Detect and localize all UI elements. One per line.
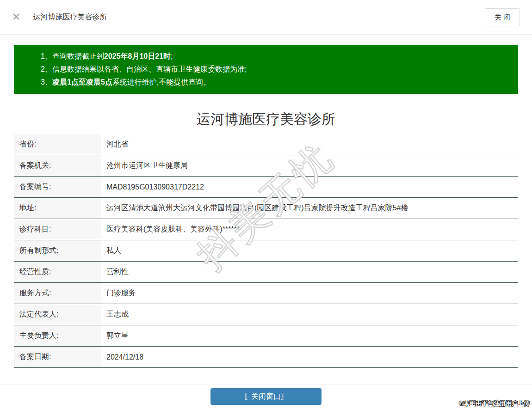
notice-bold-text: 凌晨1点至凌晨5点 xyxy=(52,78,112,86)
notice-bold-text: 2025年8月10日21时 xyxy=(104,52,171,60)
top-header-bar: ✕ 运河博施医疗美容诊所 关 闭 xyxy=(0,0,532,35)
notice-text: 2、信息数据结果以各省、自治区、直辖市卫生健康委数据为准; xyxy=(41,65,247,73)
table-row: 诊疗科目: 医疗美容科(美容皮肤科、美容外科)****** xyxy=(14,219,518,240)
row-value: 2024/12/18 xyxy=(101,347,518,367)
row-label: 省份: xyxy=(14,134,101,155)
row-label: 地址: xyxy=(14,198,101,219)
row-label: 法定代表人: xyxy=(14,304,101,325)
table-row: 经营性质: 营利性 xyxy=(14,262,518,283)
row-value: MAD8195G013090317D2212 xyxy=(101,177,518,197)
notice-text: 1、查询数据截止到 xyxy=(41,52,104,60)
close-window-button[interactable]: 〖关闭窗口〗 xyxy=(210,388,322,405)
row-label: 备案机关: xyxy=(14,155,101,176)
row-label: 诊疗科目: xyxy=(14,219,101,240)
table-row: 主要负责人: 郭立星 xyxy=(14,325,518,347)
row-label: 经营性质: xyxy=(14,262,101,282)
upload-credit-watermark: ©本图由平台注册用户上传 xyxy=(459,399,530,408)
notice-banner: 1、查询数据截止到2025年8月10日21时; 2、信息数据结果以各省、自治区、… xyxy=(14,45,518,94)
row-value: 王志成 xyxy=(101,304,518,325)
row-label: 主要负责人: xyxy=(14,325,101,346)
notice-text: 系统进行维护,不能提供查询。 xyxy=(112,78,210,86)
row-value: 河北省 xyxy=(101,134,518,155)
table-row: 法定代表人: 王志成 xyxy=(14,304,518,325)
info-table: 省份: 河北省 备案机关: 沧州市运河区卫生健康局 备案编号: MAD8195G… xyxy=(14,134,518,368)
table-row: 所有制形式: 私人 xyxy=(14,240,518,262)
notice-line-1: 1、查询数据截止到2025年8月10日21时; xyxy=(41,50,509,63)
close-button[interactable]: 关 闭 xyxy=(485,8,520,26)
row-value: 沧州市运河区卫生健康局 xyxy=(101,155,518,176)
row-label: 所有制形式: xyxy=(14,240,101,261)
table-row: 地址: 运河区清池大道沧州大运河文化带园博园项目(园区建设工程)吕家院提升改造工… xyxy=(14,198,518,219)
table-row: 省份: 河北省 xyxy=(14,134,518,155)
table-row: 备案机关: 沧州市运河区卫生健康局 xyxy=(14,155,518,177)
row-value: 营利性 xyxy=(101,262,518,282)
notice-line-2: 2、信息数据结果以各省、自治区、直辖市卫生健康委数据为准; xyxy=(41,63,509,76)
row-label: 备案编号: xyxy=(14,177,101,197)
window-title: 运河博施医疗美容诊所 xyxy=(33,12,107,22)
row-value: 运河区清池大道沧州大运河文化带园博园项目(园区建设工程)吕家院提升改造工程吕家院… xyxy=(101,198,518,219)
row-value: 门诊服务 xyxy=(101,283,518,304)
row-value: 医疗美容科(美容皮肤科、美容外科)****** xyxy=(101,219,518,240)
row-value: 私人 xyxy=(101,240,518,261)
table-row: 备案日期: 2024/12/18 xyxy=(14,347,518,368)
table-row: 备案编号: MAD8195G013090317D2212 xyxy=(14,177,518,198)
page-title: 运河博施医疗美容诊所 xyxy=(0,112,532,127)
notice-text: 3、 xyxy=(41,78,52,86)
notice-text: ; xyxy=(171,52,173,60)
row-value: 郭立星 xyxy=(101,325,518,346)
row-label: 备案日期: xyxy=(14,347,101,367)
table-row: 服务方式: 门诊服务 xyxy=(14,283,518,304)
footer: 〖关闭窗口〗 xyxy=(0,384,532,405)
notice-line-3: 3、凌晨1点至凌晨5点系统进行维护,不能提供查询。 xyxy=(41,76,509,89)
close-x-icon[interactable]: ✕ xyxy=(12,12,20,22)
row-label: 服务方式: xyxy=(14,283,101,304)
